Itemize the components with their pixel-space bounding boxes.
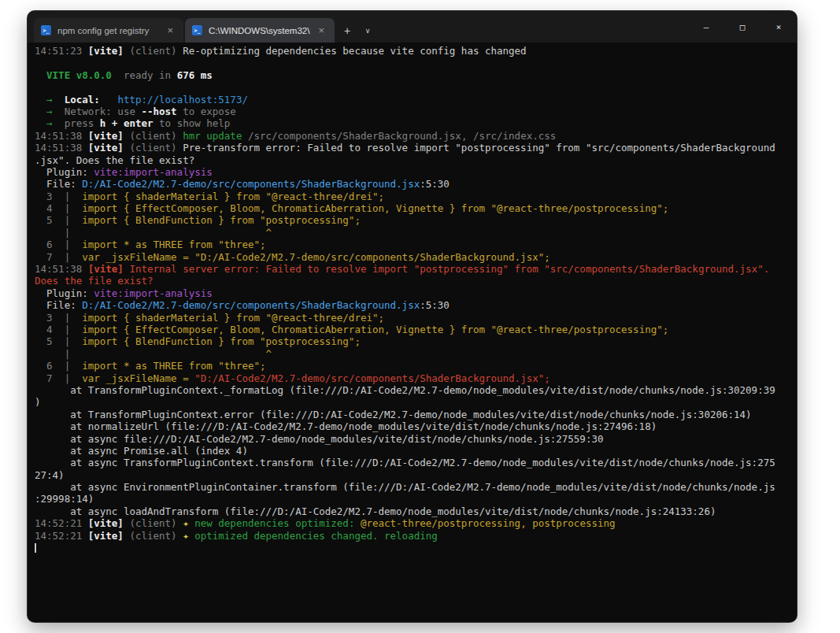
terminal-line: File: D:/AI-Code2/M2.7-demo/src/componen… <box>35 178 797 190</box>
terminal-line <box>35 81 797 93</box>
terminal-line: 7 | var _jsxFileName = "D:/AI-Code2/M2.7… <box>35 251 797 263</box>
terminal-line: Plugin: vite:import-analysis <box>35 287 797 299</box>
terminal-line: 5 | import { BlendFunction } from "postp… <box>35 335 797 347</box>
tab-dropdown-chevron-icon[interactable]: ∨ <box>358 18 377 43</box>
terminal-window: >_ npm config get registry × >_ C:\WINDO… <box>28 11 797 622</box>
terminal-line: 4 | import { EffectComposer, Bloom, Chro… <box>35 324 797 335</box>
close-button[interactable]: × <box>760 11 797 43</box>
terminal-line: at async EnvironmentPluginContainer.tran… <box>35 481 797 493</box>
terminal-line <box>35 57 797 68</box>
cmd-app-icon: >_ <box>192 25 202 35</box>
terminal-line: Plugin: vite:import-analysis <box>35 166 797 178</box>
terminal-line: → Local: http://localhost:5173/ <box>35 94 797 106</box>
terminal-line: 3 | import { shaderMaterial } from "@rea… <box>35 312 797 324</box>
tab-title: C:\WINDOWS\system32\cmd. <box>209 26 310 35</box>
terminal-line: ) <box>35 396 797 408</box>
terminal-line: 14:52:21 [vite] (client) ✦ new dependenc… <box>35 517 797 529</box>
terminal-line: 4 | import { EffectComposer, Bloom, Chro… <box>35 202 797 214</box>
terminal-line: → press h + enter to show help <box>35 117 797 129</box>
terminal-line: | ^ <box>35 348 797 360</box>
window-controls: – □ × <box>688 11 797 43</box>
terminal-line: 6 | import * as THREE from "three"; <box>35 239 797 250</box>
tab-bar: >_ npm config get registry × >_ C:\WINDO… <box>28 11 688 43</box>
cmd-app-icon: >_ <box>41 25 51 35</box>
terminal-line: 14:51:38 [vite] Internal server error: F… <box>35 263 797 275</box>
terminal-line: at normalizeUrl (file:///D:/AI-Code2/M2.… <box>35 420 797 432</box>
terminal-line: at async loadAndTransform (file:///D:/AI… <box>35 505 797 517</box>
terminal-line: at TransformPluginContext.error (file://… <box>35 409 797 420</box>
terminal-line: 3 | import { shaderMaterial } from "@rea… <box>35 191 797 202</box>
terminal-line: 14:51:38 [vite] (client) Pre-transform e… <box>35 142 797 154</box>
terminal-line: at async Promise.all (index 4) <box>35 445 797 457</box>
minimize-button[interactable]: – <box>688 11 724 43</box>
terminal-line: :29998:14) <box>35 493 797 505</box>
terminal-cursor <box>35 543 36 553</box>
terminal-line: 14:51:23 [vite] (client) Re-optimizing d… <box>35 45 797 57</box>
terminal-line: → Network: use --host to expose <box>35 106 797 117</box>
terminal-line: File: D:/AI-Code2/M2.7-demo/src/componen… <box>35 299 797 311</box>
terminal-line: Does the file exist? <box>35 275 797 287</box>
tab-cmd-active[interactable]: >_ C:\WINDOWS\system32\cmd. × <box>185 18 335 43</box>
terminal-line: 5 | import { BlendFunction } from "postp… <box>35 214 797 226</box>
terminal-output[interactable]: 14:51:23 [vite] (client) Re-optimizing d… <box>28 43 797 622</box>
terminal-line <box>35 542 797 553</box>
terminal-line: 7 | var _jsxFileName = "D:/AI-Code2/M2.7… <box>35 372 797 384</box>
terminal-line: 27:4) <box>35 469 797 481</box>
tab-close-icon[interactable]: × <box>164 24 176 36</box>
maximize-button[interactable]: □ <box>724 11 760 43</box>
terminal-line: 14:51:38 [vite] (client) hmr update /src… <box>35 130 797 142</box>
titlebar[interactable]: >_ npm config get registry × >_ C:\WINDO… <box>28 11 797 43</box>
terminal-line: at async file:///D:/AI-Code2/M2.7-demo/n… <box>35 433 797 445</box>
terminal-line: 14:52:21 [vite] (client) ✦ optimized dep… <box>35 530 797 542</box>
tab-close-icon[interactable]: × <box>315 24 327 36</box>
tab-title: npm config get registry <box>57 26 159 35</box>
terminal-line: VITE v8.0.0 ready in 676 ms <box>35 69 797 81</box>
tab-npm-config-get-registry[interactable]: >_ npm config get registry × <box>34 18 183 43</box>
terminal-line: .jsx". Does the file exist? <box>35 154 797 166</box>
terminal-line: | ^ <box>35 227 797 239</box>
terminal-line: at async TransformPluginContext.transfor… <box>35 457 797 468</box>
terminal-line: at TransformPluginContext._formatLog (fi… <box>35 384 797 396</box>
terminal-line: 6 | import * as THREE from "three"; <box>35 360 797 372</box>
new-tab-button[interactable]: + <box>336 18 358 43</box>
